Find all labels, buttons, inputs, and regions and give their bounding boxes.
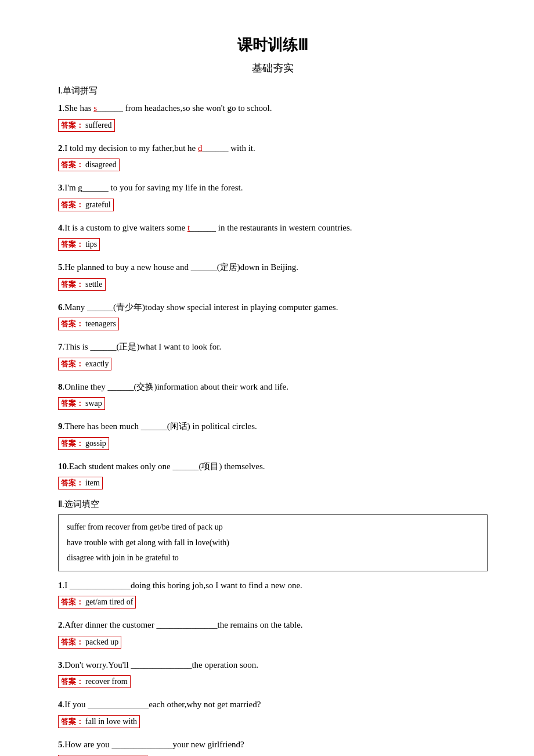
answer-2: 答案：disagreed xyxy=(58,158,488,175)
answer-4: 答案：tips xyxy=(58,237,488,254)
section2-title: Ⅱ.选词填空 xyxy=(58,499,488,510)
s2-question-1: 1.I ______________doing this boring job,… xyxy=(58,578,488,593)
word-box: suffer from recover from get/be tired of… xyxy=(58,514,488,571)
question-9: 9.There has been much ______(闲话) in poli… xyxy=(58,419,488,434)
s2-answer-4: 答案：fall in love with xyxy=(58,715,488,732)
answer-8: 答案：swap xyxy=(58,397,488,413)
answer-9: 答案：gossip xyxy=(58,437,488,453)
answer-6: 答案：teenagers xyxy=(58,317,488,334)
question-3: 3.I'm g______ to you for saving my life … xyxy=(58,181,488,196)
section1-title: Ⅰ.单词拼写 xyxy=(58,85,488,96)
answer-3: 答案：grateful xyxy=(58,198,488,215)
word-box-line1: suffer from recover from get/be tired of… xyxy=(67,520,479,535)
s2-question-4: 4.If you ______________each other,why no… xyxy=(58,697,488,712)
question-1: 1.She has s______ from headaches,so she … xyxy=(58,101,488,116)
s2-question-5: 5.How are you ______________your new gir… xyxy=(58,737,488,753)
answer-10: 答案：item xyxy=(58,476,488,493)
s2-question-2: 2.After dinner the customer ____________… xyxy=(58,618,488,633)
question-7: 7.This is ______(正是)what I want to look … xyxy=(58,340,488,355)
question-8: 8.Online they ______(交换)information abou… xyxy=(58,380,488,395)
page-title: 课时训练Ⅲ xyxy=(58,35,488,55)
s2-question-3: 3.Don't worry.You'll ______________the o… xyxy=(58,658,488,673)
q1-hint: s xyxy=(93,103,97,113)
question-5: 5.He planned to buy a new house and ____… xyxy=(58,260,488,275)
s2-answer-3: 答案：recover from xyxy=(58,675,488,692)
q1-num: 1 xyxy=(58,103,63,113)
question-4: 4.It is a custom to give waiters some t_… xyxy=(58,221,488,236)
s2-answer-2: 答案：packed up xyxy=(58,635,488,652)
subtitle: 基础夯实 xyxy=(58,61,488,75)
answer-1: 答案：suffered xyxy=(58,118,488,135)
word-box-line2: have trouble with get along with fall in… xyxy=(67,535,479,551)
answer-7: 答案：exactly xyxy=(58,357,488,374)
question-6: 6.Many ______(青少年)today show special int… xyxy=(58,300,488,315)
question-2: 2.I told my decision to my father,but he… xyxy=(58,141,488,156)
answer-5: 答案：settle xyxy=(58,278,488,294)
s2-answer-1: 答案：get/am tired of xyxy=(58,595,488,612)
question-10: 10.Each student makes only one ______(项目… xyxy=(58,459,488,474)
word-box-line3: disagree with join in be grateful to xyxy=(67,550,479,566)
